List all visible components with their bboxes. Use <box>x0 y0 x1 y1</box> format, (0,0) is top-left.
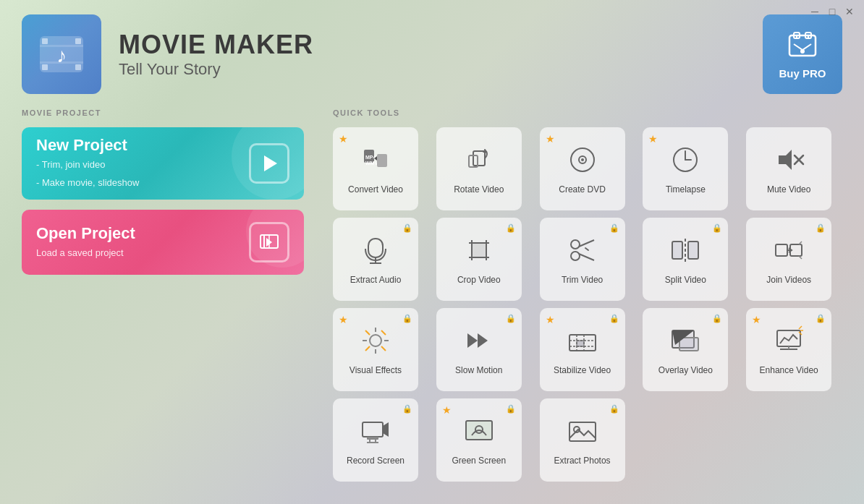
lock-icon: 🔒 <box>816 223 826 233</box>
svg-rect-67 <box>679 338 698 351</box>
slow-motion-icon <box>463 325 495 359</box>
open-project-text: Open Project Load a saved project <box>36 224 135 261</box>
extract-photos-icon <box>567 415 598 450</box>
tool-card-record-screen[interactable]: 🔒Record Screen <box>333 398 418 482</box>
tool-card-join-videos[interactable]: 🔒Join Videos <box>746 218 831 301</box>
tool-card-rotate-video[interactable]: Rotate Video <box>436 127 522 210</box>
tool-card-extract-audio[interactable]: 🔒Extract Audio <box>333 218 418 301</box>
svg-rect-70 <box>363 422 383 437</box>
tool-card-mute-video[interactable]: Mute Video <box>746 127 831 210</box>
star-badge: ★ <box>546 133 555 145</box>
minimize-button[interactable]: ─ <box>809 6 821 17</box>
svg-rect-7 <box>40 61 83 64</box>
tool-card-crop-video[interactable]: 🔒Crop Video <box>436 218 522 301</box>
movie-project-label: MOVIE PROJECT <box>22 108 304 117</box>
tool-card-overlay-video[interactable]: 🔒Overlay Video <box>643 308 728 391</box>
tools-grid: ★MP4WMVConvert VideoRotate Video★Create … <box>333 127 842 482</box>
visual-effects-label: Visual Effects <box>350 365 402 375</box>
lock-icon: 🔒 <box>712 223 722 233</box>
svg-rect-2 <box>75 38 81 44</box>
tool-card-visual-effects[interactable]: ★🔒Visual Effects <box>333 308 418 391</box>
create-dvd-icon <box>567 144 598 179</box>
lock-icon: 🔒 <box>402 314 412 323</box>
new-project-text: New Project - Trim, join video - Make mo… <box>36 136 139 191</box>
lock-icon: 🔒 <box>506 314 516 323</box>
lock-icon: 🔒 <box>609 223 619 233</box>
app-name: MOVIE MAKER <box>119 30 313 60</box>
tool-card-timelapse[interactable]: ★Timelapse <box>643 127 728 210</box>
right-panel: QUICK TOOLS ★MP4WMVConvert VideoRotate V… <box>333 108 842 482</box>
svg-rect-72 <box>367 437 378 440</box>
tool-card-slow-motion[interactable]: 🔒Slow Motion <box>436 308 522 391</box>
slow-motion-label: Slow Motion <box>455 365 502 375</box>
lock-icon: 🔒 <box>506 404 516 414</box>
open-project-icon <box>249 222 289 262</box>
svg-line-55 <box>381 330 386 335</box>
open-project-button[interactable]: Open Project Load a saved project <box>22 210 304 275</box>
svg-text:WMV: WMV <box>365 161 378 166</box>
stabilize-video-icon <box>567 325 598 359</box>
left-panel: MOVIE PROJECT New Project - Trim, join v… <box>22 108 304 482</box>
svg-rect-3 <box>42 64 48 70</box>
green-screen-label: Green Screen <box>452 456 506 466</box>
crop-video-label: Crop Video <box>457 275 501 285</box>
window-controls: ─ □ ✕ <box>809 6 855 17</box>
svg-point-40 <box>571 240 580 249</box>
main-content: MOVIE PROJECT New Project - Trim, join v… <box>0 108 864 482</box>
buy-pro-button[interactable]: Buy PRO <box>763 14 842 94</box>
new-project-icon <box>249 143 289 184</box>
svg-text:MP4: MP4 <box>365 155 376 160</box>
record-screen-icon <box>360 415 391 450</box>
header: ♪ MOVIE MAKER Tell Your Story Buy PRO <box>0 0 864 108</box>
svg-line-41 <box>579 240 594 247</box>
svg-marker-71 <box>383 422 389 437</box>
lock-icon: 🔒 <box>609 314 619 323</box>
record-screen-label: Record Screen <box>347 456 405 466</box>
svg-marker-29 <box>779 150 792 170</box>
svg-rect-65 <box>577 341 584 346</box>
enhance-video-label: Enhance Video <box>760 365 818 375</box>
svg-rect-1 <box>42 38 48 44</box>
svg-line-57 <box>381 346 386 351</box>
svg-rect-6 <box>40 45 83 47</box>
svg-line-56 <box>365 346 370 351</box>
svg-marker-58 <box>467 333 478 348</box>
star-badge: ★ <box>339 133 348 145</box>
green-screen-icon <box>463 415 495 450</box>
lock-icon: 🔒 <box>402 223 412 233</box>
quick-tools-label: QUICK TOOLS <box>333 108 842 117</box>
svg-marker-12 <box>264 155 277 171</box>
convert-video-icon: MP4WMV <box>360 144 391 179</box>
svg-rect-20 <box>377 154 387 167</box>
svg-rect-47 <box>776 244 787 256</box>
open-project-subtitle: Load a saved project <box>36 246 135 261</box>
tool-card-split-video[interactable]: 🔒Split Video <box>643 218 728 301</box>
app-logo: ♪ <box>22 14 101 94</box>
visual-effects-icon <box>360 325 391 359</box>
svg-rect-78 <box>569 422 596 441</box>
lock-icon: 🔒 <box>816 314 826 323</box>
tool-card-trim-video[interactable]: 🔒Trim Video <box>540 218 625 301</box>
crop-video-icon <box>463 234 495 269</box>
tool-card-create-dvd[interactable]: ★Create DVD <box>540 127 625 210</box>
mute-video-icon <box>773 144 805 179</box>
mute-video-label: Mute Video <box>767 184 811 195</box>
lock-icon: 🔒 <box>609 404 619 414</box>
tool-card-convert-video[interactable]: ★MP4WMVConvert Video <box>333 127 418 210</box>
maximize-button[interactable]: □ <box>826 6 838 17</box>
tool-card-extract-photos[interactable]: 🔒Extract Photos <box>540 398 625 482</box>
split-video-label: Split Video <box>665 275 706 285</box>
close-button[interactable]: ✕ <box>844 6 855 17</box>
extract-audio-icon <box>360 234 391 269</box>
tool-card-green-screen[interactable]: ★🔒Green Screen <box>436 398 522 482</box>
new-project-button[interactable]: New Project - Trim, join video - Make mo… <box>22 127 304 200</box>
tool-card-enhance-video[interactable]: ★🔒Enhance Video <box>746 308 831 391</box>
star-badge: ★ <box>648 133 658 145</box>
svg-rect-13 <box>261 235 278 248</box>
rotate-video-label: Rotate Video <box>454 184 504 195</box>
tool-card-stabilize-video[interactable]: ★🔒Stabilize Video <box>540 308 625 391</box>
join-videos-icon <box>773 234 805 269</box>
new-project-title: New Project <box>36 136 139 155</box>
open-project-title: Open Project <box>36 224 135 243</box>
create-dvd-label: Create DVD <box>559 184 606 195</box>
